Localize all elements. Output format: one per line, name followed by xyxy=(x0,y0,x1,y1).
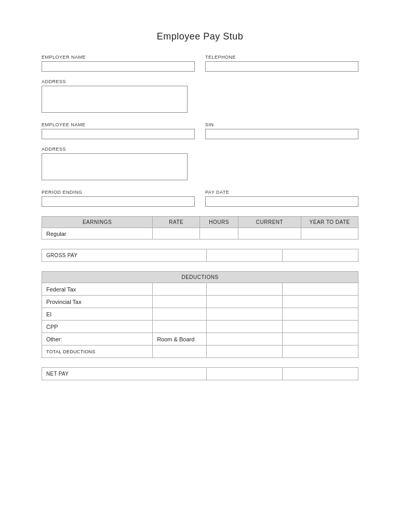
ytd-header: YEAR TO DATE xyxy=(301,217,358,228)
telephone-label: TELEPHONE xyxy=(205,55,358,60)
net-pay-ytd xyxy=(282,368,358,380)
employer-address-label: ADDRESS xyxy=(42,79,188,84)
other-detail: Room & Board xyxy=(153,333,207,345)
net-pay-row: NET PAY xyxy=(42,368,358,380)
ei-current xyxy=(206,308,282,321)
employer-address-input[interactable] xyxy=(42,86,188,113)
employee-name-label: EMPLOYEE NAME xyxy=(42,122,195,127)
federal-tax-current xyxy=(206,283,282,296)
gross-pay-table: GROSS PAY xyxy=(42,249,358,262)
ei-label: EI xyxy=(42,308,153,321)
total-deductions-ytd xyxy=(282,345,358,358)
hours-header: HOURS xyxy=(200,217,238,228)
other-current xyxy=(206,333,282,345)
cpp-detail xyxy=(153,321,207,333)
ytd-cell xyxy=(301,228,358,240)
table-row: Other: Room & Board xyxy=(42,333,358,345)
rate-cell xyxy=(153,228,200,240)
total-deductions-label: TOTAL DEDUCTIONS xyxy=(42,345,153,358)
rate-header: RATE xyxy=(153,217,200,228)
page-title: Employee Pay Stub xyxy=(42,31,358,42)
current-header: CURRENT xyxy=(238,217,301,228)
gross-pay-current xyxy=(206,249,282,262)
employee-address-label: ADDRESS xyxy=(42,147,188,152)
total-deductions-row: TOTAL DEDUCTIONS xyxy=(42,345,358,358)
provincial-tax-current xyxy=(206,296,282,308)
total-deductions-current xyxy=(206,345,282,358)
sin-input[interactable] xyxy=(205,129,358,139)
other-label: Other: xyxy=(42,333,153,345)
federal-tax-detail xyxy=(153,283,207,296)
pay-date-input[interactable] xyxy=(205,196,358,207)
table-row: Regular xyxy=(42,228,358,240)
provincial-tax-label: Provincial Tax xyxy=(42,296,153,308)
gross-pay-label: GROSS PAY xyxy=(42,249,207,262)
ei-detail xyxy=(153,308,207,321)
telephone-input[interactable] xyxy=(205,61,358,72)
sin-label: SIN xyxy=(205,122,358,127)
provincial-tax-detail xyxy=(153,296,207,308)
employer-name-label: EMPLOYER NAME xyxy=(42,55,195,60)
table-row: EI xyxy=(42,308,358,321)
cpp-ytd xyxy=(282,321,358,333)
gross-pay-row: GROSS PAY xyxy=(42,249,358,262)
net-pay-table: NET PAY xyxy=(42,367,358,380)
employee-name-input[interactable] xyxy=(42,129,195,139)
current-cell xyxy=(238,228,301,240)
table-row: Provincial Tax xyxy=(42,296,358,308)
federal-tax-ytd xyxy=(282,283,358,296)
deductions-table: DEDUCTIONS Federal Tax Provincial Tax EI… xyxy=(42,271,358,358)
gross-pay-ytd xyxy=(282,249,358,262)
earnings-cell: Regular xyxy=(42,228,153,240)
table-row: CPP xyxy=(42,321,358,333)
earnings-table: EARNINGS RATE HOURS CURRENT YEAR TO DATE… xyxy=(42,216,358,240)
net-pay-current xyxy=(206,368,282,380)
employee-address-input[interactable] xyxy=(42,153,188,180)
total-deductions-detail xyxy=(153,345,207,358)
ei-ytd xyxy=(282,308,358,321)
period-ending-label: PERIOD ENDING xyxy=(42,190,195,195)
cpp-label: CPP xyxy=(42,321,153,333)
pay-date-label: PAY DATE xyxy=(205,190,358,195)
period-ending-input[interactable] xyxy=(42,196,195,207)
other-ytd xyxy=(282,333,358,345)
cpp-current xyxy=(206,321,282,333)
hours-cell xyxy=(200,228,238,240)
earnings-header: EARNINGS xyxy=(42,217,153,228)
federal-tax-label: Federal Tax xyxy=(42,283,153,296)
table-row: Federal Tax xyxy=(42,283,358,296)
provincial-tax-ytd xyxy=(282,296,358,308)
net-pay-label: NET PAY xyxy=(42,368,207,380)
employer-name-input[interactable] xyxy=(42,61,195,72)
deductions-header: DEDUCTIONS xyxy=(42,272,358,283)
